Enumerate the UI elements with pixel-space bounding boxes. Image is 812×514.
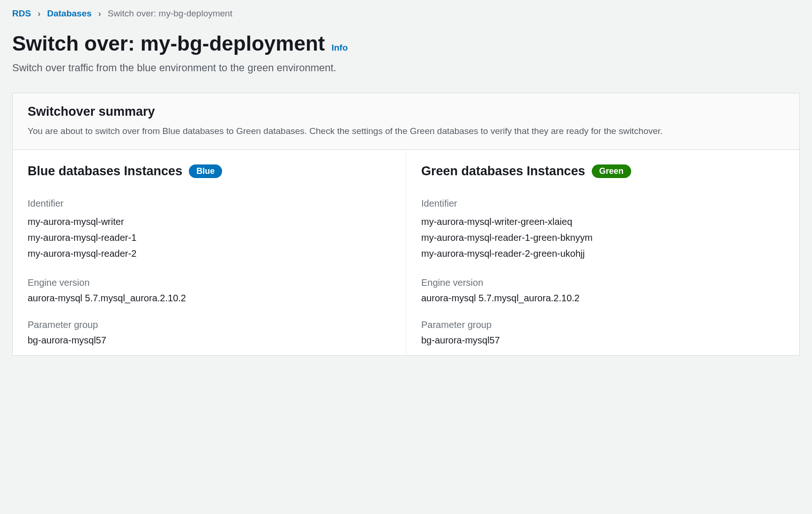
blue-identifier-list: my-aurora-mysql-writer my-aurora-mysql-r…: [28, 214, 391, 261]
breadcrumb-databases-link[interactable]: Databases: [47, 8, 91, 19]
page-title: Switch over: my-bg-deployment: [12, 32, 325, 55]
engine-label: Engine version: [28, 277, 391, 288]
blue-identifier: my-aurora-mysql-writer: [28, 214, 391, 230]
identifier-label: Identifier: [421, 198, 784, 209]
blue-identifier: my-aurora-mysql-reader-1: [28, 230, 391, 246]
blue-engine-value: aurora-mysql 5.7.mysql_aurora.2.10.2: [28, 293, 391, 304]
page-title-row: Switch over: my-bg-deployment Info: [12, 32, 800, 55]
switchover-summary-panel: Switchover summary You are about to swit…: [12, 93, 800, 356]
breadcrumb-current: Switch over: my-bg-deployment: [108, 8, 232, 19]
page-subtitle: Switch over traffic from the blue enviro…: [12, 62, 800, 74]
chevron-right-icon: ›: [37, 8, 40, 19]
summary-title: Switchover summary: [28, 104, 784, 119]
panel-header: Switchover summary You are about to swit…: [13, 93, 799, 150]
blue-badge: Blue: [189, 164, 222, 178]
green-title: Green databases Instances: [421, 164, 585, 179]
green-identifier-list: my-aurora-mysql-writer-green-xlaieq my-a…: [421, 214, 784, 261]
blue-title: Blue databases Instances: [28, 164, 182, 179]
blue-param-group-value: bg-aurora-mysql57: [28, 335, 391, 346]
green-identifier: my-aurora-mysql-reader-1-green-bknyym: [421, 230, 784, 246]
info-link[interactable]: Info: [331, 43, 348, 53]
breadcrumb: RDS › Databases › Switch over: my-bg-dep…: [12, 8, 800, 19]
param-group-label: Parameter group: [28, 320, 391, 330]
engine-label: Engine version: [421, 277, 784, 288]
green-engine-value: aurora-mysql 5.7.mysql_aurora.2.10.2: [421, 293, 784, 304]
green-column: Green databases Instances Green Identifi…: [406, 150, 799, 355]
identifier-label: Identifier: [28, 198, 391, 209]
blue-column: Blue databases Instances Blue Identifier…: [13, 150, 406, 355]
blue-identifier: my-aurora-mysql-reader-2: [28, 246, 391, 261]
blue-title-row: Blue databases Instances Blue: [28, 164, 391, 179]
compare-columns: Blue databases Instances Blue Identifier…: [13, 150, 799, 355]
summary-text: You are about to switch over from Blue d…: [28, 125, 784, 138]
green-identifier: my-aurora-mysql-writer-green-xlaieq: [421, 214, 784, 230]
green-identifier: my-aurora-mysql-reader-2-green-ukohjj: [421, 246, 784, 261]
chevron-right-icon: ›: [98, 8, 101, 19]
param-group-label: Parameter group: [421, 320, 784, 330]
breadcrumb-rds-link[interactable]: RDS: [12, 8, 31, 19]
green-badge: Green: [592, 164, 631, 178]
green-param-group-value: bg-aurora-mysql57: [421, 335, 784, 346]
green-title-row: Green databases Instances Green: [421, 164, 784, 179]
